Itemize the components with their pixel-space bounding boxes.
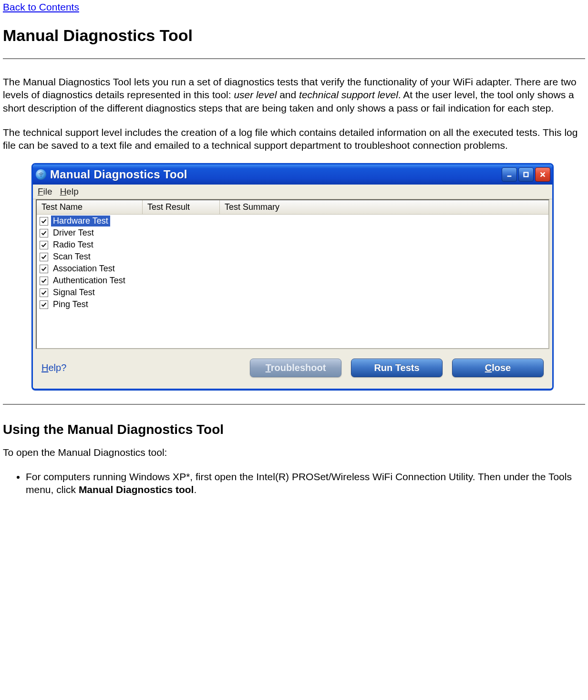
client-area: Test Name Test Result Test Summary Hardw…: [33, 199, 552, 389]
checkbox[interactable]: [40, 288, 48, 297]
checkbox[interactable]: [40, 277, 48, 285]
table-row[interactable]: Driver Test: [37, 227, 548, 239]
p1-italic-1: user level: [234, 89, 277, 100]
button-bar: Help? Troubleshoot Run Tests Close: [33, 349, 552, 384]
menubar: File Help: [33, 185, 552, 199]
bullet1-bold: Manual Diagnostics tool: [79, 484, 194, 495]
svg-point-0: [41, 176, 41, 177]
menu-file[interactable]: File: [38, 186, 52, 197]
minimize-button[interactable]: [502, 167, 517, 182]
tests-listview[interactable]: Test Name Test Result Test Summary Hardw…: [36, 199, 549, 349]
col-test-summary[interactable]: Test Summary: [220, 200, 548, 214]
test-name-label: Scan Test: [51, 251, 93, 262]
table-row[interactable]: Radio Test: [37, 239, 548, 251]
p1-italic-2: technical support level: [299, 89, 398, 100]
using-intro: To open the Manual Diagnostics tool:: [3, 446, 585, 459]
test-name-label: Ping Test: [51, 299, 90, 310]
table-row[interactable]: Signal Test: [37, 287, 548, 299]
test-name-label: Signal Test: [51, 287, 97, 298]
instructions-list: For computers running Windows XP*, first…: [3, 471, 585, 496]
list-item: For computers running Windows XP*, first…: [26, 471, 585, 496]
test-name-label: Driver Test: [51, 227, 96, 238]
checkbox[interactable]: [40, 217, 48, 226]
run-tests-button[interactable]: Run Tests: [351, 359, 443, 377]
test-name-label: Hardware Test: [51, 216, 110, 226]
checkbox[interactable]: [40, 241, 48, 249]
table-row[interactable]: Authentication Test: [37, 275, 548, 287]
svg-rect-2: [524, 173, 528, 177]
close-window-button[interactable]: [535, 167, 550, 182]
column-headers[interactable]: Test Name Test Result Test Summary: [37, 200, 548, 215]
divider: [3, 58, 585, 59]
back-to-contents-link[interactable]: Back to Contents: [3, 1, 79, 12]
test-name-label: Association Test: [51, 263, 117, 274]
intro-paragraph-1: The Manual Diagnostics Tool lets you run…: [3, 75, 585, 114]
checkbox[interactable]: [40, 253, 48, 261]
col-test-name[interactable]: Test Name: [37, 200, 143, 214]
maximize-button[interactable]: [518, 167, 534, 182]
checkbox[interactable]: [40, 229, 48, 237]
troubleshoot-button[interactable]: Troubleshoot: [250, 359, 341, 377]
using-title: Using the Manual Diagnostics Tool: [3, 422, 585, 437]
diagnostics-window: Manual Diagnostics Tool File Help Test N…: [31, 163, 554, 391]
col-test-result[interactable]: Test Result: [143, 200, 220, 214]
test-name-label: Radio Test: [51, 239, 95, 250]
test-name-label: Authentication Test: [51, 275, 127, 286]
divider-2: [3, 404, 585, 405]
p1-part-b: and: [277, 89, 299, 100]
help-link[interactable]: Help?: [41, 362, 66, 373]
page-title: Manual Diagnostics Tool: [3, 26, 585, 45]
window-title: Manual Diagnostics Tool: [50, 168, 187, 181]
close-button[interactable]: Close: [452, 359, 544, 377]
titlebar[interactable]: Manual Diagnostics Tool: [33, 165, 552, 185]
table-row[interactable]: Association Test: [37, 263, 548, 275]
menu-help[interactable]: Help: [60, 186, 79, 197]
checkbox[interactable]: [40, 265, 48, 273]
bullet1-b: .: [194, 484, 196, 495]
table-row[interactable]: Hardware Test: [37, 215, 548, 227]
table-row[interactable]: Scan Test: [37, 251, 548, 263]
checkbox[interactable]: [40, 300, 48, 309]
table-row[interactable]: Ping Test: [37, 299, 548, 310]
intro-paragraph-2: The technical support level includes the…: [3, 126, 585, 152]
wifi-app-icon: [36, 169, 46, 180]
